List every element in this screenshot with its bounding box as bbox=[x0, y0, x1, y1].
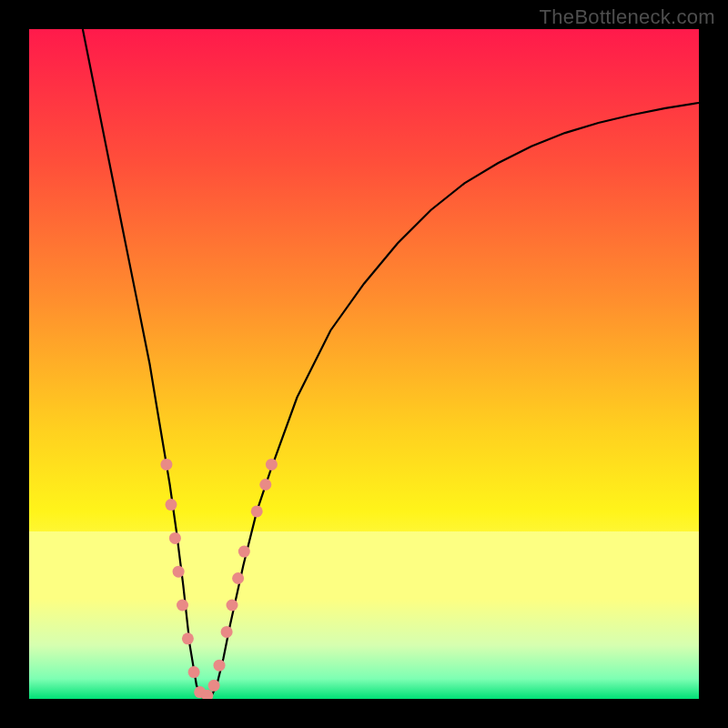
curve-marker bbox=[214, 660, 226, 672]
curve-marker bbox=[173, 566, 185, 578]
watermark-text: TheBottleneck.com bbox=[540, 5, 715, 29]
curve-marker bbox=[208, 680, 220, 692]
curve-marker bbox=[177, 600, 188, 612]
curve-marker bbox=[251, 505, 263, 517]
curve-marker bbox=[166, 499, 177, 511]
curve-marker bbox=[160, 459, 172, 470]
plot-area bbox=[29, 29, 699, 699]
curve-marker bbox=[221, 626, 233, 638]
curve-marker bbox=[232, 572, 244, 584]
highlight-band bbox=[29, 531, 699, 599]
curve-marker bbox=[238, 546, 250, 558]
curve-marker bbox=[188, 666, 200, 678]
curve-marker bbox=[266, 459, 278, 470]
chart-svg bbox=[29, 29, 699, 699]
curve-marker bbox=[259, 479, 271, 490]
curve-marker bbox=[227, 600, 238, 612]
curve-marker bbox=[169, 532, 181, 544]
chart-frame: TheBottleneck.com bbox=[0, 0, 728, 728]
curve-marker bbox=[182, 632, 194, 644]
